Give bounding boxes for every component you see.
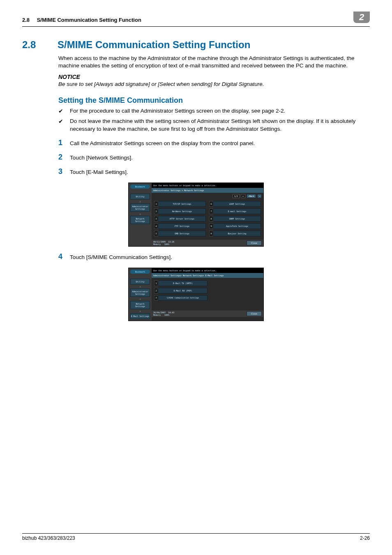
close-button[interactable]: Close: [247, 240, 262, 245]
sidebar-item-network-settings[interactable]: Network Settings: [130, 301, 150, 309]
menu-number: 3: [154, 295, 158, 301]
page-footer: bizhub 423/363/283/223 2-26: [22, 533, 370, 541]
bullet-item: ✔ Do not leave the machine with the sett…: [58, 118, 370, 132]
menu-item-bonjour[interactable]: 0Bonjour Setting: [209, 231, 261, 236]
menu-label: FTP Settings: [158, 223, 206, 229]
intro-paragraph: When access to the machine by the Admini…: [58, 55, 370, 69]
chevron-down-icon: ↓: [139, 285, 141, 288]
chevron-down-icon: ↓: [139, 310, 141, 312]
step-text: Touch [S/MIME Communication Settings].: [70, 254, 172, 260]
menu-label: LDAP Settings: [213, 201, 261, 207]
footer-status: 08/12/2009 13:26 Memory 100%: [153, 240, 174, 245]
subheading: Setting the S/MIME Communication: [58, 96, 370, 105]
menu-item-http[interactable]: 3HTTP Server Settings: [154, 216, 206, 222]
menu-item-email-rx[interactable]: 2E-Mail RX (POP): [154, 288, 208, 294]
bullet-text: For the procedure to call the Administra…: [70, 107, 285, 115]
forward-button[interactable]: →: [257, 194, 262, 198]
menu-label: E-Mail RX (POP): [158, 288, 208, 294]
step-text: Touch [Network Settings].: [70, 155, 133, 161]
menu-item-ftp[interactable]: 4FTP Settings: [154, 223, 206, 229]
screenshot-main: Use the menu buttons or keypad to make a…: [152, 268, 263, 321]
footer-product: bizhub 423/363/283/223: [22, 535, 75, 541]
bookmark-tab[interactable]: Bookmark: [130, 270, 150, 274]
screenshot-prompt: Use the menu buttons or keypad to make a…: [152, 183, 263, 188]
step-item: 1 Call the Administrator Settings screen…: [58, 139, 370, 147]
step-text: Touch [E-Mail Settings].: [70, 169, 128, 175]
footer-page-number: 2-26: [360, 535, 370, 541]
menu-number: 2: [154, 208, 158, 214]
chevron-down-icon: ↓: [139, 200, 141, 203]
checkmark-icon: ✔: [58, 107, 70, 115]
menu-item-smb[interactable]: 5SMB Settings: [154, 231, 206, 236]
sidebar-item-admin-settings[interactable]: Administrator Settings: [130, 289, 150, 297]
step-item: 2 Touch [Network Settings].: [58, 153, 370, 162]
sidebar-item-admin-settings[interactable]: Administrator Settings: [130, 204, 150, 212]
menu-label: SMB Settings: [158, 231, 206, 236]
running-head: 2.8 S/MIME Communication Setting Functio…: [22, 17, 141, 23]
section-title: 2.8S/MIME Communication Setting Function: [22, 39, 370, 51]
checkmark-icon: ✔: [58, 118, 70, 132]
step-number: 4: [58, 252, 70, 261]
menu-number: 0: [209, 231, 213, 236]
menu-number: 4: [154, 223, 158, 229]
menu-item-email[interactable]: 7E-mail Settings: [209, 208, 261, 214]
chevron-down-icon: ↓: [139, 213, 141, 215]
chapter-badge: 2: [353, 12, 370, 23]
step-number: 2: [58, 153, 70, 162]
page-header: 2.8 S/MIME Communication Setting Functio…: [22, 14, 370, 27]
menu-number: 7: [209, 208, 213, 214]
menu-item-netware[interactable]: 2NetWare Settings: [154, 208, 206, 214]
page-indicator: 1/2: [233, 194, 240, 198]
bullet-item: ✔ For the procedure to call the Administ…: [58, 107, 370, 115]
menu-item-smime[interactable]: 3S/MIME Communication Settings: [154, 295, 208, 301]
menu-item-tcpip[interactable]: 1TCP/IP Settings: [154, 201, 206, 207]
menu-number: 5: [154, 231, 158, 236]
menu-number: 3: [154, 216, 158, 222]
menu-item-email-tx[interactable]: 1E-Mail TX (SMTP): [154, 280, 208, 286]
settings-grid: 1TCP/IP Settings 6LDAP Settings 2NetWare…: [152, 199, 263, 240]
breadcrumb: Administrator Settings> Network Settings…: [152, 273, 263, 278]
bookmark-tab[interactable]: Bookmark: [130, 185, 150, 189]
screenshot-sidebar: Bookmark Utility ↓ Administrator Setting…: [129, 183, 152, 246]
menu-label: HTTP Server Settings: [158, 216, 206, 222]
pager-x[interactable]: ✕: [241, 194, 245, 198]
screenshot-network-settings: Bookmark Utility ↓ Administrator Setting…: [128, 183, 264, 247]
step-text: Call the Administrator Settings screen o…: [70, 140, 255, 146]
step-item: 3 Touch [E-Mail Settings].: [58, 167, 370, 176]
menu-item-ldap[interactable]: 6LDAP Settings: [209, 201, 261, 207]
section-number: 2.8: [22, 39, 58, 51]
menu-item-snmp[interactable]: 8SNMP Settings: [209, 216, 261, 222]
sidebar-item-utility[interactable]: Utility: [130, 279, 150, 284]
menu-label: Bonjour Setting: [213, 231, 261, 236]
settings-list: 1E-Mail TX (SMTP) 2E-Mail RX (POP) 3S/MI…: [152, 278, 263, 310]
chevron-down-icon: ↓: [139, 298, 141, 300]
screenshot-main: Use the menu buttons or keypad to make a…: [152, 183, 263, 246]
step-item: 4 Touch [S/MIME Communication Settings].: [58, 252, 370, 261]
menu-number: 8: [209, 216, 213, 222]
sidebar-item-email-settings[interactable]: E-Mail Settings: [130, 313, 150, 319]
menu-item-appletalk[interactable]: 9AppleTalk Settings: [209, 223, 261, 229]
breadcrumb: Administrator Settings > Network Setting…: [152, 188, 263, 193]
close-button[interactable]: Close: [247, 311, 262, 316]
step-number: 1: [58, 139, 70, 147]
notice-label: NOTICE: [58, 74, 370, 80]
menu-label: E-Mail TX (SMTP): [158, 280, 208, 286]
pager: 1/2 ✕ ←Back →: [152, 193, 263, 199]
sidebar-item-network-settings[interactable]: Network Settings: [130, 216, 150, 224]
screenshot-footer: 08/12/2009 13:26 Memory 100% Close: [152, 240, 263, 246]
screenshot-email-settings: Bookmark Utility ↓ Administrator Setting…: [128, 268, 264, 321]
header-section-number: 2.8: [22, 17, 35, 23]
menu-label: E-mail Settings: [213, 208, 261, 214]
footer-memory-pct: 100%: [164, 314, 169, 316]
menu-label: NetWare Settings: [158, 208, 206, 214]
menu-label: AppleTalk Settings: [213, 223, 261, 229]
footer-memory-label: Memory: [153, 314, 161, 316]
footer-memory-label: Memory: [153, 243, 161, 245]
sidebar-item-utility[interactable]: Utility: [130, 194, 150, 199]
screenshot-sidebar: Bookmark Utility ↓ Administrator Setting…: [129, 268, 152, 321]
back-button[interactable]: ←Back: [247, 194, 256, 198]
menu-label: TCP/IP Settings: [158, 201, 206, 207]
screenshot-footer: 26/04/2007 14:43 Memory 100% Close: [152, 310, 263, 317]
section-title-text: S/MIME Communication Setting Function: [58, 39, 250, 50]
notice-text: Be sure to set [Always add signature] or…: [58, 81, 370, 87]
